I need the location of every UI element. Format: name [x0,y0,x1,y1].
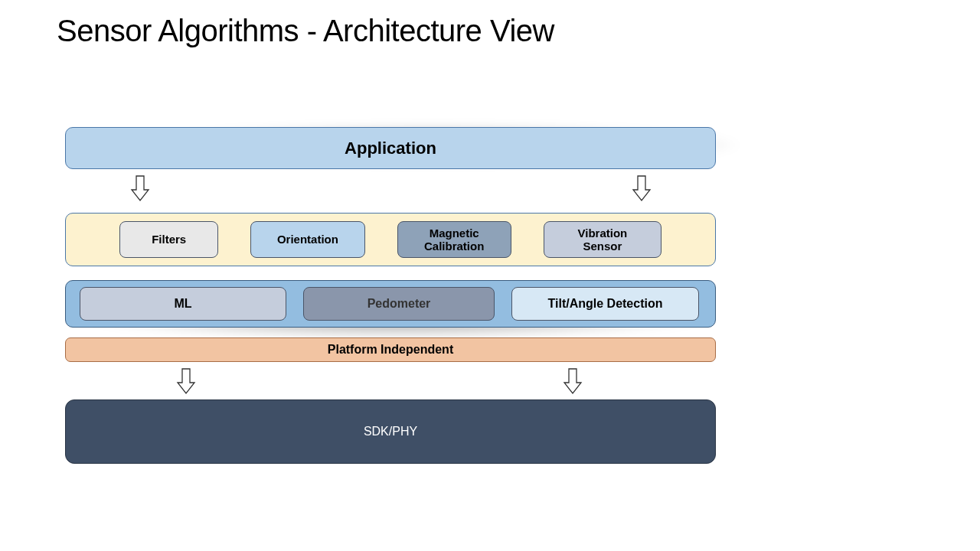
filters-block: Filters [119,221,218,258]
platform-independent-layer: Platform Independent [65,337,716,362]
pedometer-block: Pedometer [303,287,495,321]
algorithms-row-2: ML Pedometer Tilt/Angle Detection [65,280,716,328]
arrow-down-icon [130,174,150,202]
application-layer: Application [65,127,716,169]
magnetic-calibration-block: Magnetic Calibration [397,221,511,258]
tilt-angle-block: Tilt/Angle Detection [511,287,699,321]
page-title: Sensor Algorithms - Architecture View [57,14,554,48]
sdk-phy-layer: SDK/PHY [65,399,716,464]
arrow-down-icon [176,367,196,395]
ml-block: ML [80,287,286,321]
arrow-down-icon [632,174,652,202]
arrow-down-icon [563,367,583,395]
vibration-sensor-block: Vibration Sensor [544,221,662,258]
algorithms-row-1: Filters Orientation Magnetic Calibration… [65,213,716,266]
orientation-block: Orientation [250,221,364,258]
